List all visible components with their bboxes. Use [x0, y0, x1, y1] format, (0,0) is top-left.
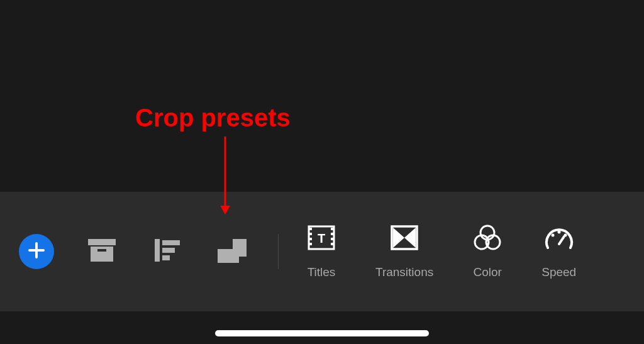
color-icon: [473, 225, 502, 253]
svg-point-24: [557, 231, 560, 234]
annotation-label: Crop presets: [135, 104, 291, 132]
plus-icon: [27, 241, 46, 262]
toolbar: T Titles Transitions: [0, 192, 644, 311]
svg-rect-5: [162, 248, 175, 253]
svg-rect-12: [309, 238, 312, 240]
svg-rect-4: [162, 240, 180, 245]
add-button[interactable]: [19, 234, 54, 269]
home-indicator[interactable]: [215, 330, 429, 336]
speed-icon: [544, 225, 574, 253]
crop-presets-button[interactable]: [215, 234, 250, 269]
svg-rect-17: [331, 243, 334, 245]
color-label: Color: [474, 265, 502, 279]
svg-rect-1: [91, 247, 113, 262]
toolbar-right-group: T Titles Transitions: [306, 224, 576, 279]
titles-tool[interactable]: T Titles: [306, 224, 336, 279]
archive-icon: [87, 238, 117, 265]
svg-rect-3: [155, 239, 160, 262]
titles-label: Titles: [308, 265, 336, 279]
svg-line-26: [559, 236, 564, 244]
svg-rect-8: [218, 249, 239, 263]
speed-label: Speed: [541, 265, 576, 279]
preview-area: [0, 0, 644, 192]
svg-rect-10: [309, 228, 312, 230]
svg-text:T: T: [318, 231, 325, 245]
svg-rect-2: [97, 249, 106, 252]
svg-rect-0: [88, 239, 116, 245]
transitions-tool[interactable]: Transitions: [375, 224, 433, 279]
color-tool[interactable]: Color: [472, 224, 502, 279]
transitions-label: Transitions: [375, 265, 433, 279]
svg-rect-13: [309, 243, 312, 245]
toolbar-left-group: [19, 234, 250, 269]
sort-icon: [153, 238, 181, 265]
toolbar-divider: [278, 234, 279, 269]
titles-icon: T: [308, 225, 335, 253]
svg-rect-14: [331, 228, 334, 230]
svg-rect-16: [331, 238, 334, 240]
svg-rect-6: [162, 255, 170, 260]
speed-tool[interactable]: Speed: [541, 224, 576, 279]
project-assets-button[interactable]: [84, 234, 119, 269]
crop-icon: [216, 236, 249, 267]
svg-rect-15: [331, 233, 334, 235]
svg-point-23: [551, 234, 554, 237]
sort-button[interactable]: [150, 234, 185, 269]
svg-rect-11: [309, 233, 312, 235]
transitions-icon: [391, 225, 418, 253]
